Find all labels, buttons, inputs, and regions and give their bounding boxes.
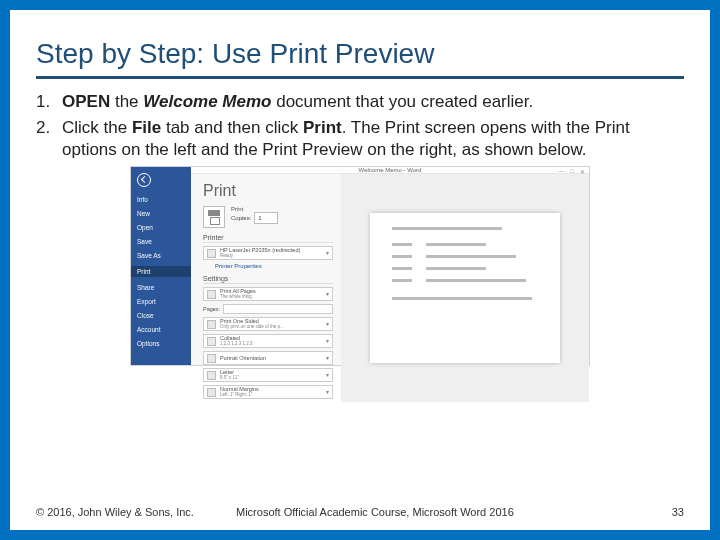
setting-line2: The whole thing: [220, 295, 256, 300]
setting-icon: [207, 371, 216, 380]
window-titlebar: Welcome Memo - Word — □ ✕: [191, 167, 589, 174]
pages-field: Pages:: [203, 304, 333, 314]
backstage-menu-item[interactable]: Save As: [137, 252, 187, 259]
chevron-down-icon: ▾: [326, 321, 329, 327]
preview-page: [370, 213, 560, 363]
backstage-menu-item[interactable]: Export: [137, 298, 187, 305]
print-button-icon[interactable]: [203, 206, 225, 228]
slide: Step by Step: Use Print Preview 1.OPEN t…: [0, 0, 720, 540]
chevron-down-icon: ▾: [326, 338, 329, 344]
slide-title: Step by Step: Use Print Preview: [36, 38, 684, 79]
setting-line1: Portrait Orientation: [220, 356, 266, 362]
setting-dropdown[interactable]: Print One SidedOnly print on one side of…: [203, 317, 333, 331]
settings-list: Print All PagesThe whole thing▾Pages:Pri…: [203, 287, 333, 399]
panel-heading: Print: [203, 182, 333, 200]
backstage-menu-item[interactable]: Open: [137, 224, 187, 231]
backstage-menu-item[interactable]: Save: [137, 238, 187, 245]
chevron-down-icon: ▾: [326, 389, 329, 395]
pages-label: Pages:: [203, 306, 220, 312]
setting-icon: [207, 388, 216, 397]
setting-line2: 1,2,3 1,2,3 1,2,3: [220, 342, 253, 347]
setting-dropdown[interactable]: Print All PagesThe whole thing▾: [203, 287, 333, 301]
chevron-down-icon: ▾: [326, 250, 329, 256]
setting-dropdown[interactable]: Portrait Orientation▾: [203, 351, 333, 365]
backstage-nav: InfoNewOpenSaveSave AsPrintShareExportCl…: [131, 167, 191, 365]
copies-spinner[interactable]: 1: [254, 212, 278, 224]
step-list: 1.OPEN the Welcome Memo document that yo…: [36, 91, 684, 160]
print-backstage-screenshot: InfoNewOpenSaveSave AsPrintShareExportCl…: [130, 166, 590, 366]
step-text: Click the File tab and then click Print.…: [62, 117, 684, 161]
slide-footer: © 2016, John Wiley & Sons, Inc. Microsof…: [36, 506, 684, 518]
step-item: 1.OPEN the Welcome Memo document that yo…: [36, 91, 684, 113]
setting-line2: Only print on one side of the p...: [220, 325, 284, 330]
footer-page-number: 33: [644, 506, 684, 518]
printer-dropdown[interactable]: HP LaserJet P2035n (redirected) Ready ▾: [203, 246, 333, 260]
backstage-menu-item[interactable]: Close: [137, 312, 187, 319]
printer-status: Ready: [220, 254, 300, 259]
footer-copyright: © 2016, John Wiley & Sons, Inc.: [36, 506, 236, 518]
step-text: OPEN the Welcome Memo document that you …: [62, 91, 684, 113]
settings-section-label: Settings: [203, 275, 333, 282]
copies-label: Copies:: [231, 215, 251, 221]
setting-icon: [207, 290, 216, 299]
backstage-menu-item[interactable]: Info: [137, 196, 187, 203]
backstage-menu-item[interactable]: Account: [137, 326, 187, 333]
window-title: Welcome Memo - Word: [359, 167, 422, 173]
backstage-menu-item[interactable]: Share: [137, 284, 187, 291]
footer-course: Microsoft Official Academic Course, Micr…: [236, 506, 644, 518]
step-number: 2.: [36, 117, 62, 161]
printer-section-label: Printer: [203, 234, 333, 241]
setting-dropdown[interactable]: Letter8.5" x 11"▾: [203, 368, 333, 382]
backstage-main: Welcome Memo - Word — □ ✕ Sign in Print …: [191, 167, 589, 365]
print-options-pane: Print Print Copies: 1 Printer: [191, 174, 341, 402]
step-number: 1.: [36, 91, 62, 113]
setting-line2: 8.5" x 11": [220, 376, 239, 381]
pages-input[interactable]: [223, 304, 333, 314]
print-preview-area: [341, 174, 589, 402]
setting-icon: [207, 320, 216, 329]
chevron-down-icon: ▾: [326, 291, 329, 297]
chevron-down-icon: ▾: [326, 355, 329, 361]
setting-icon: [207, 354, 216, 363]
printer-icon: [207, 249, 216, 258]
back-arrow-icon[interactable]: [137, 173, 151, 187]
backstage-menu-item[interactable]: Print: [131, 266, 191, 277]
backstage-menu-item[interactable]: New: [137, 210, 187, 217]
backstage-menu-item[interactable]: Options: [137, 340, 187, 347]
setting-dropdown[interactable]: Normal MarginsLeft: 1" Right: 1"▾: [203, 385, 333, 399]
chevron-down-icon: ▾: [326, 372, 329, 378]
step-item: 2.Click the File tab and then click Prin…: [36, 117, 684, 161]
setting-icon: [207, 337, 216, 346]
printer-properties-link[interactable]: Printer Properties: [215, 263, 333, 269]
setting-line2: Left: 1" Right: 1": [220, 393, 259, 398]
setting-dropdown[interactable]: Collated1,2,3 1,2,3 1,2,3▾: [203, 334, 333, 348]
